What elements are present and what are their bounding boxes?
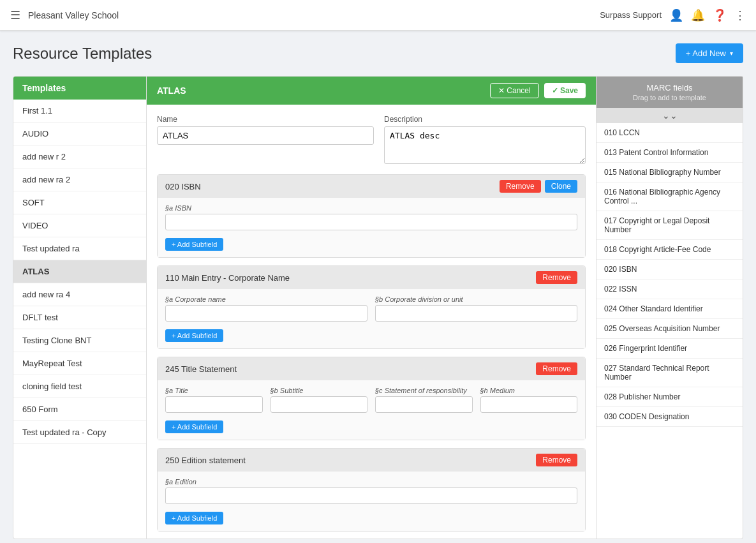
sidebar: Templates First 1.1AUDIOadd new r 2add n… [13,76,147,539]
marc-block-body-110-main-entry: §a Corporate name§b Corporate division o… [158,289,585,348]
add-new-button[interactable]: + Add New ▾ [676,43,743,63]
sidebar-item-soft[interactable]: SOFT [13,191,146,214]
subfield-group-245-title-1: §b Subtitle [271,387,368,413]
content-header-actions: ✕ Cancel ✓ Save [490,83,586,98]
sidebar-item-atlas[interactable]: ATLAS [13,260,146,283]
description-label: Description [384,115,586,124]
marc-field-item-3[interactable]: 016 National Bibliographic Agency Contro… [597,182,743,211]
marc-field-item-6[interactable]: 020 ISBN [597,260,743,279]
subfield-label-245-title-2: §c Statement of responsibility [375,387,473,394]
subfield-row-020-isbn: §a ISBN [165,204,577,230]
subfield-label-245-title-0: §a Title [165,387,263,394]
page-wrapper: Resource Templates + Add New ▾ Templates… [0,31,756,543]
subfield-input-245-title-1[interactable] [271,396,368,413]
remove-button-250-edition[interactable]: Remove [536,454,577,466]
marc-block-actions-250-edition: Remove [536,454,577,466]
sidebar-item-add-new-ra-4[interactable]: add new ra 4 [13,283,146,306]
marc-block-body-245-title: §a Title§b Subtitle§c Statement of respo… [158,380,585,440]
page-header: Resource Templates + Add New ▾ [13,43,743,63]
marc-field-item-2[interactable]: 015 National Bibliography Number [597,163,743,182]
marc-field-item-7[interactable]: 022 ISSN [597,279,743,299]
subfield-input-020-isbn-0[interactable] [165,214,577,230]
subfield-group-110-main-entry-1: §b Corporate division or unit [375,295,577,322]
cancel-button[interactable]: ✕ Cancel [490,83,539,98]
remove-button-020-isbn[interactable]: Remove [500,180,541,193]
description-input[interactable]: ATLAS desc [384,126,586,164]
marc-field-item-13[interactable]: 030 CODEN Designation [597,407,743,427]
marc-panel-title: MARC fields [603,83,736,93]
content-area: ATLAS ✕ Cancel ✓ Save Name Descripti [147,76,597,539]
add-subfield-button-110-main-entry[interactable]: + Add Subfield [165,329,223,342]
marc-field-item-1[interactable]: 013 Patent Control Information [597,143,743,163]
marc-panel-header: MARC fields Drag to add to template [597,77,743,108]
add-subfield-button-245-title[interactable]: + Add Subfield [165,420,223,433]
add-new-label: + Add New [686,48,726,58]
marc-block-110-main-entry: 110 Main Entry - Corporate NameRemove§a … [157,265,586,349]
marc-block-title-245-title: 245 Title Statement [165,364,237,374]
sidebar-item-add-new-ra-2[interactable]: add new ra 2 [13,168,146,191]
content-header: ATLAS ✕ Cancel ✓ Save [147,77,596,105]
more-icon[interactable]: ⋮ [734,8,746,22]
marc-block-actions-020-isbn: RemoveClone [500,180,577,193]
marc-blocks-container: 020 ISBNRemoveClone§a ISBN+ Add Subfield… [157,174,586,539]
subfield-input-245-title-0[interactable] [165,396,263,413]
remove-button-110-main-entry[interactable]: Remove [536,271,577,284]
clone-button-020-isbn[interactable]: Clone [545,180,577,193]
add-subfield-button-020-isbn[interactable]: + Add Subfield [165,238,223,251]
marc-field-item-4[interactable]: 017 Copyright or Legal Deposit Number [597,211,743,240]
subfield-input-245-title-3[interactable] [480,396,578,413]
name-input[interactable] [157,126,374,145]
marc-field-item-12[interactable]: 028 Publisher Number [597,387,743,407]
subfield-group-245-title-3: §h Medium [480,387,578,413]
subfield-input-250-edition-0[interactable] [165,487,577,504]
menu-icon[interactable]: ☰ [10,8,20,22]
sidebar-item-cloning-field-test[interactable]: cloning field test [13,375,146,398]
marc-block-header-110-main-entry: 110 Main Entry - Corporate NameRemove [158,266,585,289]
support-text: Surpass Support [600,10,662,20]
sidebar-item-testing-clone-bnt[interactable]: Testing Clone BNT [13,329,146,352]
subfield-row-110-main-entry: §a Corporate name§b Corporate division o… [165,295,577,322]
sidebar-item-650-form[interactable]: 650 Form [13,398,146,421]
sidebar-item-dflt-test[interactable]: DFLT test [13,306,146,329]
bell-icon[interactable]: 🔔 [691,8,705,22]
marc-field-item-9[interactable]: 025 Overseas Acquisition Number [597,319,743,339]
marc-block-250-edition: 250 Edition statementRemove§a Edition+ A… [157,448,586,532]
save-button[interactable]: ✓ Save [544,83,586,98]
marc-field-item-0[interactable]: 010 LCCN [597,123,743,143]
remove-button-245-title[interactable]: Remove [536,362,577,375]
sidebar-header: Templates [13,77,146,100]
user-icon[interactable]: 👤 [669,8,683,22]
marc-block-header-250-edition: 250 Edition statementRemove [158,449,585,472]
subfield-input-110-main-entry-0[interactable] [165,305,367,322]
subfield-group-245-title-2: §c Statement of responsibility [375,387,473,413]
add-subfield-button-250-edition[interactable]: + Add Subfield [165,512,223,524]
subfield-group-110-main-entry-0: §a Corporate name [165,295,367,322]
marc-block-title-110-main-entry: 110 Main Entry - Corporate Name [165,273,290,283]
sidebar-item-may-repeat-test[interactable]: MayRepeat Test [13,352,146,375]
sidebar-item-video[interactable]: VIDEO [13,214,146,237]
subfield-label-250-edition-0: §a Edition [165,478,577,486]
marc-block-title-250-edition: 250 Edition statement [165,456,246,465]
subfield-group-250-edition-0: §a Edition [165,478,577,504]
sidebar-item-first-1-1[interactable]: First 1.1 [13,100,146,123]
sidebar-list: First 1.1AUDIOadd new r 2add new ra 2SOF… [13,100,146,444]
subfield-row-250-edition: §a Edition [165,478,577,504]
sidebar-item-add-new-r-2[interactable]: add new r 2 [13,145,146,168]
marc-panel-collapse-button[interactable]: ⌄⌄ [597,108,743,123]
sidebar-item-audio[interactable]: AUDIO [13,123,146,145]
marc-field-item-5[interactable]: 018 Copyright Article-Fee Code [597,240,743,260]
marc-field-item-11[interactable]: 027 Standard Technical Report Number [597,359,743,387]
subfield-input-245-title-2[interactable] [375,396,473,413]
topnav: ☰ Pleasant Valley School Surpass Support… [0,0,756,31]
marc-panel-subtitle: Drag to add to template [603,94,736,101]
subfield-input-110-main-entry-1[interactable] [375,305,577,322]
sidebar-item-test-updated-ra-copy[interactable]: Test updated ra - Copy [13,421,146,444]
marc-field-item-10[interactable]: 026 Fingerprint Identifier [597,339,743,359]
sidebar-item-test-updated-ra[interactable]: Test updated ra [13,237,146,260]
marc-block-245-title: 245 Title StatementRemove§a Title§b Subt… [157,357,586,440]
subfield-label-110-main-entry-0: §a Corporate name [165,295,367,303]
subfield-label-245-title-1: §b Subtitle [271,387,368,394]
marc-field-item-8[interactable]: 024 Other Standard Identifier [597,299,743,319]
subfield-label-020-isbn-0: §a ISBN [165,204,577,212]
help-icon[interactable]: ❓ [713,8,727,22]
